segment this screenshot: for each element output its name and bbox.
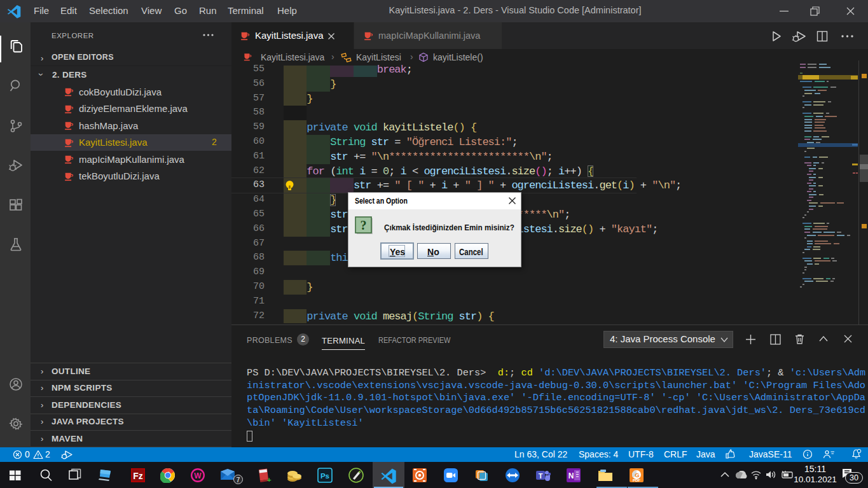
svg-text:N: N [568, 471, 574, 480]
svg-text:G: G [635, 471, 639, 478]
svg-text:Ps: Ps [320, 472, 329, 480]
svg-text:T: T [539, 472, 543, 480]
svg-text:W: W [194, 471, 202, 480]
svg-text:PDF: PDF [633, 478, 640, 482]
svg-text:?: ? [361, 218, 367, 232]
svg-text:++: ++ [267, 476, 272, 483]
svg-text:Fz: Fz [133, 471, 143, 481]
